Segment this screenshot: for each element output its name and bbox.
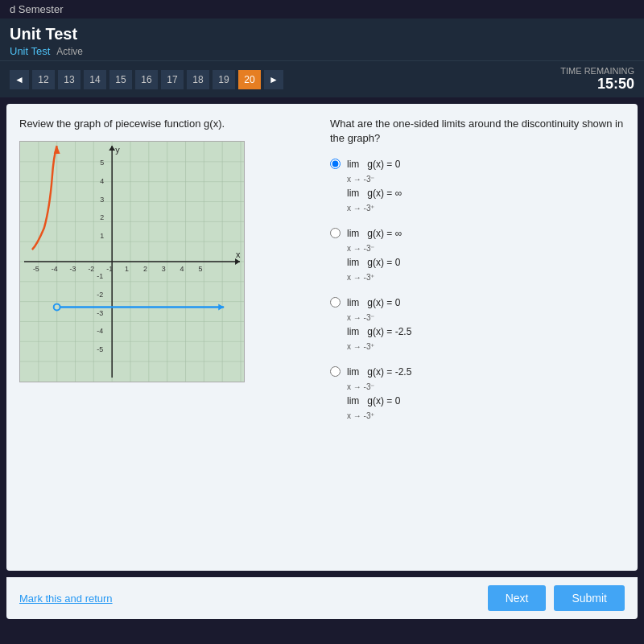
option4-label[interactable]: lim g(x) = -2.5 x → -3⁻ lim g(x) = 0 x →… — [347, 365, 411, 423]
svg-text:x: x — [236, 250, 241, 259]
right-panel: What are the one-sided limits around the… — [330, 117, 625, 558]
option1-label[interactable]: lim g(x) = 0 x → -3⁻ lim g(x) = ∞ x → -3… — [347, 157, 402, 215]
header: Unit Test Unit Test Active — [0, 19, 644, 60]
svg-text:2: 2 — [143, 265, 147, 273]
next-button[interactable]: Next — [488, 585, 547, 611]
answer-option-2: lim g(x) = ∞ x → -3⁻ lim g(x) = 0 x → -3… — [330, 226, 625, 284]
nav-right-arrow[interactable]: ► — [264, 70, 283, 89]
graph-container: x y -5 -4 -3 -2 -1 1 2 3 4 5 5 4 3 2 1 — [19, 141, 245, 382]
radio-opt3[interactable] — [330, 297, 341, 308]
nav-num-14[interactable]: 14 — [84, 70, 106, 89]
svg-text:1: 1 — [100, 232, 104, 240]
nav-left-arrow[interactable]: ◄ — [10, 70, 29, 89]
semester-label: d Semester — [10, 3, 63, 15]
page-title: Unit Test — [10, 25, 634, 43]
top-bar: d Semester — [0, 0, 644, 19]
bottom-buttons: Next Submit — [488, 585, 625, 611]
time-remaining: TIME REMAINING 15:50 — [560, 66, 634, 93]
option3-label[interactable]: lim g(x) = 0 x → -3⁻ lim g(x) = -2.5 x →… — [347, 295, 411, 353]
svg-text:-2: -2 — [97, 291, 103, 299]
svg-text:-3: -3 — [70, 265, 76, 273]
svg-text:3: 3 — [100, 196, 104, 204]
nav-num-20[interactable]: 20 — [238, 70, 261, 89]
radio-opt4[interactable] — [330, 366, 341, 377]
graph-svg: x y -5 -4 -3 -2 -1 1 2 3 4 5 5 4 3 2 1 — [20, 142, 244, 382]
time-value: 15:50 — [560, 76, 634, 93]
option2-label[interactable]: lim g(x) = ∞ x → -3⁻ lim g(x) = 0 x → -3… — [347, 226, 402, 284]
nav-num-15[interactable]: 15 — [109, 70, 132, 89]
nav-num-18[interactable]: 18 — [187, 70, 209, 89]
svg-text:4: 4 — [100, 177, 104, 185]
left-panel: Review the graph of piecewise function g… — [19, 117, 314, 558]
nav-num-16[interactable]: 16 — [135, 70, 158, 89]
nav-num-19[interactable]: 19 — [213, 70, 235, 89]
svg-text:-4: -4 — [52, 265, 58, 273]
main-content: Review the graph of piecewise function g… — [6, 104, 638, 571]
nav-bar: ◄ 12 13 14 15 16 17 18 19 20 ► TIME REMA… — [0, 60, 644, 97]
svg-text:2: 2 — [100, 214, 104, 222]
svg-point-53 — [54, 304, 60, 311]
answer-option-1: lim g(x) = 0 x → -3⁻ lim g(x) = ∞ x → -3… — [330, 157, 625, 215]
svg-text:-4: -4 — [97, 328, 103, 336]
radio-opt2[interactable] — [330, 228, 341, 238]
answer-option-3: lim g(x) = 0 x → -3⁻ lim g(x) = -2.5 x →… — [330, 295, 625, 353]
header-sub: Unit Test Active — [10, 45, 634, 57]
nav-num-13[interactable]: 13 — [58, 70, 80, 89]
bottom-bar: Mark this and return Next Submit — [6, 577, 638, 619]
svg-text:3: 3 — [162, 265, 166, 273]
svg-text:5: 5 — [100, 159, 104, 167]
unit-test-link[interactable]: Unit Test — [10, 45, 50, 57]
svg-text:y: y — [115, 145, 120, 155]
svg-text:-2: -2 — [88, 265, 94, 273]
answer-option-4: lim g(x) = -2.5 x → -3⁻ lim g(x) = 0 x →… — [330, 365, 625, 423]
radio-opt1[interactable] — [330, 159, 341, 169]
svg-text:-5: -5 — [33, 265, 39, 273]
submit-button[interactable]: Submit — [554, 585, 625, 611]
svg-text:-5: -5 — [97, 345, 103, 353]
svg-text:-3: -3 — [97, 309, 103, 317]
nav-num-17[interactable]: 17 — [161, 70, 184, 89]
left-question-text: Review the graph of piecewise function g… — [19, 117, 314, 131]
time-label: TIME REMAINING — [560, 66, 634, 76]
svg-text:4: 4 — [180, 265, 184, 273]
svg-text:-1: -1 — [106, 265, 113, 273]
svg-text:5: 5 — [198, 265, 202, 273]
mark-return-button[interactable]: Mark this and return — [19, 592, 113, 605]
svg-text:1: 1 — [125, 265, 129, 273]
right-question-text: What are the one-sided limits around the… — [330, 117, 625, 146]
active-badge: Active — [56, 46, 83, 57]
nav-num-12[interactable]: 12 — [32, 70, 55, 89]
svg-text:-1: -1 — [97, 272, 103, 280]
